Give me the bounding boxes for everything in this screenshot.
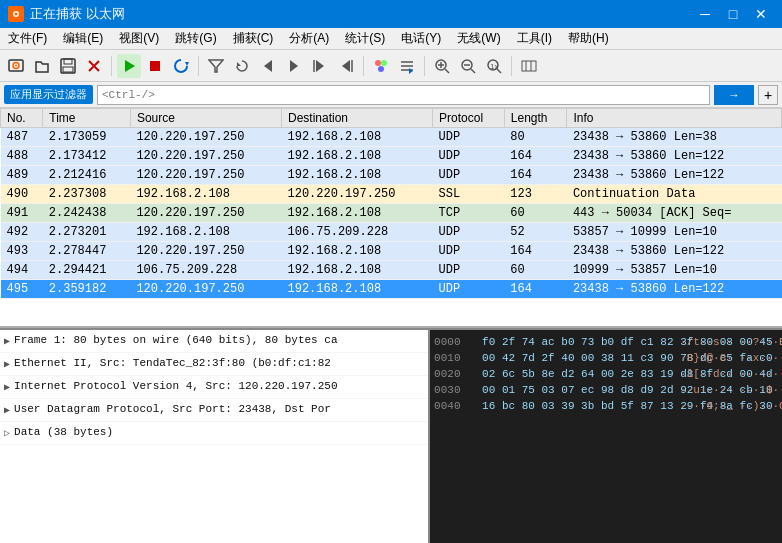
hex-row: 001000 42 7d 2f 40 00 38 11 c3 90 78 dc … — [434, 350, 778, 366]
table-row[interactable]: 4892.212416120.220.197.250192.168.2.108U… — [1, 166, 782, 185]
table-cell: UDP — [433, 242, 505, 261]
detail-arrow-icon: ▶ — [4, 401, 10, 419]
tb-go-first[interactable] — [308, 54, 332, 78]
svg-point-5 — [15, 64, 17, 66]
table-cell: 23438 → 53860 Len=122 — [567, 147, 782, 166]
table-cell: 120.220.197.250 — [130, 280, 281, 299]
toolbar-sep-1 — [111, 56, 112, 76]
table-cell: 120.220.197.250 — [130, 204, 281, 223]
tb-filter-capture[interactable] — [204, 54, 228, 78]
hex-row: 004016 bc 80 03 39 3b bd 5f 87 13 29 f4 … — [434, 398, 778, 414]
menu-edit[interactable]: 编辑(E) — [55, 28, 111, 49]
menu-wireless[interactable]: 无线(W) — [449, 28, 508, 49]
tb-colorize[interactable] — [369, 54, 393, 78]
maximize-button[interactable]: □ — [720, 4, 746, 24]
svg-point-22 — [375, 60, 381, 66]
table-cell: 2.212416 — [43, 166, 131, 185]
table-cell: 60 — [504, 261, 567, 280]
hex-row: 003000 01 75 03 07 ec 98 d8 d9 2d 92 1e … — [434, 382, 778, 398]
packet-list[interactable]: No. Time Source Destination Protocol Len… — [0, 108, 782, 328]
table-row[interactable]: 4932.278447120.220.197.250192.168.2.108U… — [1, 242, 782, 261]
table-row[interactable]: 4882.173412120.220.197.250192.168.2.108U… — [1, 147, 782, 166]
table-cell: 491 — [1, 204, 43, 223]
close-button[interactable]: ✕ — [748, 4, 774, 24]
detail-arrow-icon: ▶ — [4, 332, 10, 350]
table-row[interactable]: 4922.273201192.168.2.108106.75.209.228UD… — [1, 223, 782, 242]
tb-open[interactable] — [30, 54, 54, 78]
col-destination: Destination — [281, 109, 432, 128]
table-row[interactable]: 4872.173059120.220.197.250192.168.2.108U… — [1, 128, 782, 147]
detail-arrow-icon: ▶ — [4, 378, 10, 396]
table-row[interactable]: 4942.294421106.75.209.228192.168.2.108UD… — [1, 261, 782, 280]
detail-item[interactable]: ▶Internet Protocol Version 4, Src: 120.2… — [0, 376, 428, 399]
svg-rect-8 — [63, 67, 73, 72]
table-cell: SSL — [433, 185, 505, 204]
tb-go-prev[interactable] — [256, 54, 280, 78]
detail-item[interactable]: ▷Data (38 bytes) — [0, 422, 428, 445]
tb-go-next[interactable] — [282, 54, 306, 78]
detail-arrow-icon: ▷ — [4, 424, 10, 442]
svg-line-38 — [497, 69, 501, 73]
table-cell: 192.168.2.108 — [281, 166, 432, 185]
tb-zoom-normal[interactable]: 1x — [482, 54, 506, 78]
filter-label: 应用显示过滤器 — [4, 85, 93, 104]
menu-stats[interactable]: 统计(S) — [337, 28, 393, 49]
svg-marker-19 — [316, 60, 324, 72]
menu-phone[interactable]: 电话(Y) — [393, 28, 449, 49]
menu-capture[interactable]: 捕获(C) — [225, 28, 282, 49]
table-cell: 192.168.2.108 — [281, 242, 432, 261]
table-cell: 120.220.197.250 — [130, 128, 281, 147]
hex-dump[interactable]: 0000f0 2f 74 ac b0 73 b0 df c1 82 3f 80 … — [430, 330, 782, 543]
tb-close[interactable] — [82, 54, 106, 78]
table-row[interactable]: 4952.359182120.220.197.250192.168.2.108U… — [1, 280, 782, 299]
menu-file[interactable]: 文件(F) — [0, 28, 55, 49]
detail-item[interactable]: ▶Ethernet II, Src: TendaTec_82:3f:80 (b0… — [0, 353, 428, 376]
filter-add-button[interactable]: + — [758, 85, 778, 105]
app-icon — [8, 6, 24, 22]
tb-zoom-out[interactable] — [456, 54, 480, 78]
table-row[interactable]: 4912.242438120.220.197.250192.168.2.108T… — [1, 204, 782, 223]
table-row[interactable]: 4902.237308192.168.2.108120.220.197.250S… — [1, 185, 782, 204]
minimize-button[interactable]: ─ — [692, 4, 718, 24]
detail-text: Internet Protocol Version 4, Src: 120.22… — [14, 378, 337, 394]
tb-save[interactable] — [56, 54, 80, 78]
table-cell: 164 — [504, 280, 567, 299]
tb-stop-capture[interactable] — [143, 54, 167, 78]
menu-view[interactable]: 视图(V) — [111, 28, 167, 49]
filter-apply-button[interactable]: → — [714, 85, 754, 105]
tb-restart-capture[interactable] — [169, 54, 193, 78]
col-source: Source — [130, 109, 281, 128]
svg-point-24 — [378, 66, 384, 72]
svg-point-2 — [15, 13, 18, 16]
svg-marker-21 — [342, 60, 350, 72]
detail-item[interactable]: ▶User Datagram Protocol, Src Port: 23438… — [0, 399, 428, 422]
packet-details[interactable]: ▶Frame 1: 80 bytes on wire (640 bits), 8… — [0, 330, 430, 543]
hex-bytes: f0 2f 74 ac b0 73 b0 df c1 82 3f 80 08 0… — [482, 334, 672, 350]
menu-tools[interactable]: 工具(I) — [509, 28, 560, 49]
tb-go-last[interactable] — [334, 54, 358, 78]
tb-refresh[interactable] — [230, 54, 254, 78]
detail-item[interactable]: ▶Frame 1: 80 bytes on wire (640 bits), 8… — [0, 330, 428, 353]
table-cell: 164 — [504, 242, 567, 261]
hex-bytes: 16 bc 80 03 39 3b bd 5f 87 13 29 f4 8a f… — [482, 398, 672, 414]
filter-input[interactable] — [97, 85, 710, 105]
table-cell: 488 — [1, 147, 43, 166]
menu-analyze[interactable]: 分析(A) — [281, 28, 337, 49]
toolbar-sep-2 — [198, 56, 199, 76]
table-cell: 10999 → 53857 Len=10 — [567, 261, 782, 280]
table-cell: 106.75.209.228 — [130, 261, 281, 280]
hex-ascii: ····9;·_ ··)···0 — [680, 398, 782, 414]
menu-goto[interactable]: 跳转(G) — [167, 28, 224, 49]
tb-zoom-in[interactable] — [430, 54, 454, 78]
table-cell: UDP — [433, 128, 505, 147]
tb-autoscroll[interactable] — [395, 54, 419, 78]
svg-line-32 — [445, 69, 449, 73]
tb-start-capture[interactable] — [117, 54, 141, 78]
menu-help[interactable]: 帮助(H) — [560, 28, 617, 49]
tb-new-capture[interactable] — [4, 54, 28, 78]
table-cell: UDP — [433, 223, 505, 242]
tb-resize-columns[interactable] — [517, 54, 541, 78]
table-cell: 192.168.2.108 — [281, 128, 432, 147]
table-cell: 123 — [504, 185, 567, 204]
col-info: Info — [567, 109, 782, 128]
